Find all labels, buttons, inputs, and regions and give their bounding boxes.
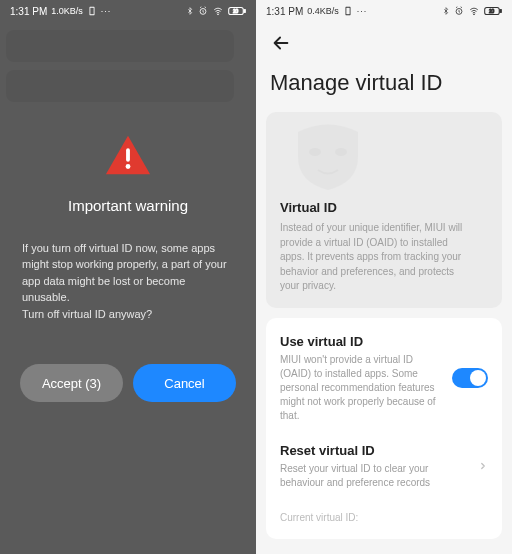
- svg-point-6: [126, 164, 131, 169]
- card-description: Instead of your unique identifier, MIUI …: [280, 221, 470, 294]
- dialog-body: If you turn off virtual ID now, some app…: [20, 240, 236, 323]
- reset-virtual-id-title: Reset virtual ID: [280, 443, 468, 458]
- chevron-right-icon: [478, 459, 488, 473]
- svg-point-8: [474, 14, 475, 15]
- status-bar: 1:31 PM 0.4KB/s ··· 20: [256, 0, 512, 22]
- svg-point-12: [309, 148, 321, 156]
- use-virtual-id-desc: MIUI won't provide a virtual ID (OAID) t…: [280, 353, 442, 423]
- virtual-id-info-card: Virtual ID Instead of your unique identi…: [266, 112, 502, 308]
- svg-rect-5: [126, 148, 130, 161]
- svg-point-13: [335, 148, 347, 156]
- card-title: Virtual ID: [280, 200, 488, 215]
- status-net-speed: 0.4KB/s: [307, 6, 339, 16]
- use-virtual-id-title: Use virtual ID: [280, 334, 442, 349]
- back-button[interactable]: [270, 32, 292, 54]
- battery-icon: 20: [484, 6, 502, 16]
- use-virtual-id-toggle[interactable]: [452, 368, 488, 388]
- mask-icon: [288, 178, 368, 195]
- reset-virtual-id-desc: Reset your virtual ID to clear your beha…: [280, 462, 468, 490]
- cancel-button[interactable]: Cancel: [133, 364, 236, 402]
- svg-rect-10: [500, 10, 501, 13]
- alarm-icon: [454, 6, 464, 16]
- accept-button[interactable]: Accept (3): [20, 364, 123, 402]
- more-icon: ···: [357, 6, 368, 16]
- svg-text:20: 20: [489, 9, 495, 14]
- page-title: Manage virtual ID: [256, 58, 512, 112]
- reset-virtual-id-row[interactable]: Reset virtual ID Reset your virtual ID t…: [266, 437, 502, 504]
- wifi-icon: [468, 6, 480, 16]
- phone-icon: [343, 6, 353, 16]
- current-virtual-id-label: Current virtual ID:: [266, 504, 502, 537]
- bluetooth-icon: [442, 6, 450, 16]
- status-time: 1:31 PM: [266, 6, 303, 17]
- dialog-title: Important warning: [68, 197, 188, 214]
- use-virtual-id-row: Use virtual ID MIUI won't provide a virt…: [266, 320, 502, 437]
- warning-icon: [104, 133, 152, 181]
